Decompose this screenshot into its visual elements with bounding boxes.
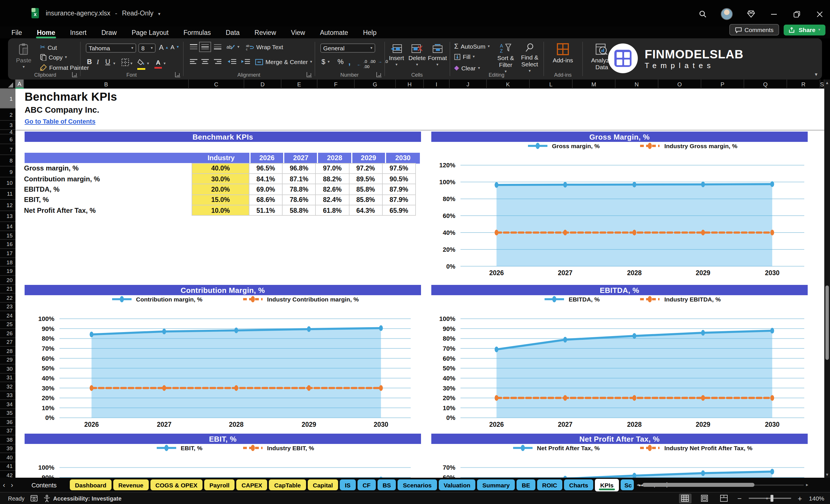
sheet-tab-kpis[interactable]: KPIs bbox=[595, 478, 619, 491]
sheet-tab-cf[interactable]: CF bbox=[357, 479, 376, 490]
row-header-12[interactable]: 12 bbox=[0, 200, 15, 211]
number-format-select[interactable]: General▾ bbox=[320, 43, 375, 53]
menu-item-page-layout[interactable]: Page Layout bbox=[130, 28, 169, 36]
legend-item[interactable]: EBIT, % bbox=[156, 444, 202, 451]
gross_margin-chart[interactable]: 0%20%40%60%80%100%120%202620272028202920… bbox=[439, 162, 804, 277]
col-header-L[interactable]: L bbox=[530, 80, 573, 89]
clear-button[interactable]: ◆Clear▾ bbox=[454, 64, 480, 71]
menu-item-help[interactable]: Help bbox=[362, 28, 378, 36]
macro-record-icon[interactable] bbox=[30, 495, 38, 502]
italic-button[interactable]: I bbox=[97, 58, 99, 66]
contribution_margin-chart-banner[interactable]: Contribution Margin, % bbox=[25, 285, 421, 295]
row-header-27[interactable]: 27 bbox=[0, 338, 15, 347]
legend-item[interactable]: Industry Contribution margin, % bbox=[243, 295, 359, 302]
sheet-tab-be[interactable]: BE bbox=[516, 479, 535, 490]
sort-filter-button[interactable]: AZSort & Filter▾ bbox=[494, 43, 517, 74]
ebitda-chart[interactable]: 0%10%20%30%40%50%60%70%80%90%100%2026202… bbox=[439, 315, 804, 428]
legend-item[interactable]: Industry Net Profit After Tax, % bbox=[640, 444, 753, 451]
chevron-down-icon[interactable]: ▾ bbox=[158, 11, 160, 17]
sheet-tab-valuation[interactable]: Valuation bbox=[439, 479, 475, 490]
row-header-18[interactable]: 18 bbox=[0, 258, 15, 267]
sheet-tab-is[interactable]: IS bbox=[340, 479, 356, 490]
sheet-tab-bs[interactable]: BS bbox=[378, 479, 396, 490]
sheet-canvas[interactable]: Benchmark KPIs ABC Company Inc. Go to Ta… bbox=[15, 89, 824, 478]
chevron-down-icon[interactable]: ▾ bbox=[130, 61, 132, 66]
font-dialog-launcher-icon[interactable] bbox=[175, 72, 180, 77]
row-header-17[interactable]: 17 bbox=[0, 249, 15, 258]
col-header-P[interactable]: P bbox=[701, 80, 744, 89]
row-header-2[interactable]: 2 bbox=[0, 109, 15, 121]
chevron-down-icon[interactable]: ▾ bbox=[147, 61, 149, 66]
net_profit_after_tax-chart[interactable]: 60%70% bbox=[443, 464, 804, 478]
borders-button[interactable] bbox=[121, 58, 129, 66]
scroll-left-icon[interactable]: ◂ bbox=[637, 482, 639, 487]
wrap-text-button[interactable]: abcWrap Text bbox=[246, 43, 283, 50]
zoom-level[interactable]: 140% bbox=[809, 495, 824, 502]
sheet-tab-capital[interactable]: Capital bbox=[308, 479, 338, 490]
legend-item[interactable]: Contribution margin, % bbox=[111, 295, 202, 302]
ebit-chart[interactable]: 90%100% bbox=[38, 464, 411, 478]
legend-item[interactable]: EBITDA, % bbox=[544, 295, 600, 302]
fill-color-button[interactable] bbox=[137, 57, 145, 70]
legend-item[interactable]: Industry EBITDA, % bbox=[640, 295, 721, 302]
row-header-16[interactable]: 16 bbox=[0, 240, 15, 249]
copy-button[interactable]: Copy▾ bbox=[40, 54, 67, 61]
vertical-scroll-thumb[interactable] bbox=[825, 285, 829, 360]
sheet-tab-charts[interactable]: Charts bbox=[564, 479, 594, 490]
col-header-F[interactable]: F bbox=[317, 80, 355, 89]
col-header-H[interactable]: H bbox=[396, 80, 424, 89]
col-header-B[interactable]: B bbox=[24, 80, 189, 89]
paste-button[interactable]: Paste ▾ bbox=[16, 43, 31, 69]
col-header-O[interactable]: O bbox=[659, 80, 701, 89]
row-header-23[interactable]: 23 bbox=[0, 302, 15, 311]
col-header-M[interactable]: M bbox=[573, 80, 615, 89]
sheet-tab-summary[interactable]: Summary bbox=[477, 479, 515, 490]
tabs-scroll-right-icon[interactable]: › bbox=[11, 481, 13, 489]
row-header-41[interactable]: 41 bbox=[0, 462, 15, 471]
decrease-indent-icon[interactable] bbox=[228, 59, 236, 65]
col-header-N[interactable]: N bbox=[615, 80, 659, 89]
accessibility-status[interactable]: Accessibility: Investigate bbox=[43, 495, 122, 502]
delete-cells-button[interactable]: Delete▾ bbox=[408, 44, 426, 67]
col-header-D[interactable]: D bbox=[244, 80, 281, 89]
number-dialog-launcher-icon[interactable] bbox=[376, 72, 382, 77]
autosum-button[interactable]: ΣAutoSum▾ bbox=[454, 42, 490, 50]
row-header-19[interactable]: 19 bbox=[0, 267, 15, 276]
align-top-icon[interactable] bbox=[190, 44, 197, 50]
row-header-36[interactable]: 36 bbox=[0, 418, 15, 427]
minimize-button[interactable] bbox=[769, 9, 778, 19]
row-header-11[interactable]: 11 bbox=[0, 189, 15, 200]
sheet-tab-capex[interactable]: CAPEX bbox=[236, 479, 267, 490]
decrease-decimal-button[interactable]: .00→.0 bbox=[370, 59, 388, 64]
format-cells-button[interactable]: Format▾ bbox=[428, 44, 447, 67]
comma-style-button[interactable]: , bbox=[348, 57, 351, 66]
legend-item[interactable]: Net Profit After Tax, % bbox=[512, 444, 600, 451]
sheet-tab-contents[interactable]: Contents bbox=[26, 479, 62, 490]
align-middle-icon[interactable] bbox=[201, 44, 209, 50]
zoom-slider-thumb[interactable] bbox=[770, 495, 773, 502]
find-select-button[interactable]: Find & Select▾ bbox=[518, 43, 541, 73]
row-header-37[interactable]: 37 bbox=[0, 427, 15, 435]
row-header-21[interactable]: 21 bbox=[0, 285, 15, 293]
merge-center-button[interactable]: Merge & Center▾ bbox=[255, 58, 312, 65]
bold-button[interactable]: B bbox=[87, 58, 92, 66]
row-header-34[interactable]: 34 bbox=[0, 400, 15, 409]
row-header-24[interactable]: 24 bbox=[0, 311, 15, 320]
align-bottom-icon[interactable] bbox=[214, 44, 221, 50]
zoom-slider[interactable]: + bbox=[748, 498, 791, 499]
row-header-1[interactable]: 1 bbox=[0, 89, 15, 109]
comments-button[interactable]: Comments bbox=[729, 24, 779, 35]
row-header-4[interactable]: 4 bbox=[0, 130, 15, 134]
align-center-icon[interactable] bbox=[201, 59, 209, 65]
zoom-in-button[interactable]: + bbox=[798, 494, 802, 503]
sheet-tab-scenarios[interactable]: Scenarios bbox=[398, 479, 437, 490]
contribution_margin-chart[interactable]: 0%10%20%30%40%50%60%70%80%90%100%2026202… bbox=[38, 315, 411, 428]
menu-item-review[interactable]: Review bbox=[253, 28, 277, 36]
col-header-A[interactable]: A bbox=[15, 80, 24, 89]
font-family-select[interactable]: Tahoma▾ bbox=[86, 43, 136, 53]
legend-item[interactable]: Industry EBIT, % bbox=[243, 444, 314, 451]
row-header-28[interactable]: 28 bbox=[0, 347, 15, 355]
vertical-scrollbar[interactable]: ▲ ▼ bbox=[824, 80, 830, 478]
premium-gem-icon[interactable] bbox=[746, 9, 756, 19]
menu-item-file[interactable]: File bbox=[10, 28, 23, 36]
